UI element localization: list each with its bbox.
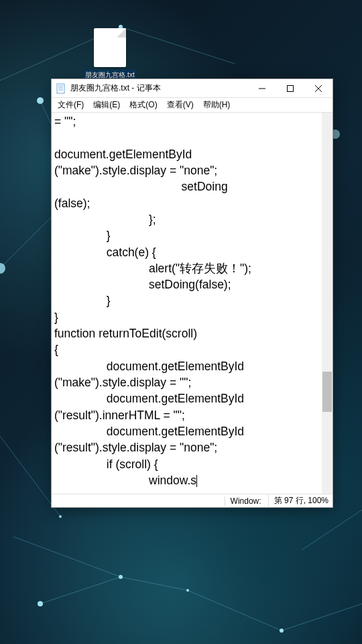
svg-line-8 [121,577,188,590]
svg-line-9 [40,577,121,604]
maximize-button[interactable] [276,79,304,97]
svg-line-4 [302,510,362,550]
svg-point-18 [38,601,43,606]
svg-rect-26 [288,85,294,91]
statusbar: Window: 第 97 行, 100% [52,494,333,507]
text-file-icon [94,28,126,67]
text-cursor [196,475,197,487]
status-position: 第 97 行, 100% [268,495,328,506]
text-editor[interactable]: = ""; document.getElementById ("make").s… [52,113,322,494]
minimize-button[interactable] [248,79,276,97]
close-icon [315,85,322,92]
minimize-icon [259,85,265,92]
menubar: 文件(F) 编辑(E) 格式(O) 查看(V) 帮助(H) [52,98,333,113]
window-controls [248,79,333,97]
menu-file[interactable]: 文件(F) [53,98,88,112]
scroll-thumb[interactable] [322,372,332,412]
maximize-icon [287,85,294,92]
status-encoding: Window: [225,496,261,506]
svg-point-20 [59,515,62,518]
svg-line-1 [121,27,235,64]
svg-line-5 [282,604,362,631]
menu-view[interactable]: 查看(V) [162,98,198,112]
notepad-icon [56,83,66,94]
close-button[interactable] [304,79,333,97]
notepad-window: 朋友圈九宫格.txt - 记事本 文件(F) 编辑(E) 格式(O) 查看(V)… [51,78,333,508]
svg-point-16 [186,589,189,592]
menu-edit[interactable]: 编辑(E) [88,98,125,112]
titlebar[interactable]: 朋友圈九宫格.txt - 记事本 [52,79,333,98]
svg-line-7 [13,537,121,577]
svg-rect-21 [57,84,64,93]
svg-point-17 [119,575,123,579]
window-title: 朋友圈九宫格.txt - 记事本 [70,83,248,94]
svg-point-15 [280,629,284,633]
vertical-scrollbar[interactable] [322,113,333,494]
desktop-file-icon[interactable]: 朋友圈九宫格.txt [85,28,135,80]
content-area: = ""; document.getElementById ("make").s… [52,113,333,494]
svg-point-14 [0,263,5,274]
menu-help[interactable]: 帮助(H) [198,98,235,112]
svg-point-13 [37,97,44,104]
svg-line-6 [188,590,282,631]
menu-format[interactable]: 格式(O) [125,98,162,112]
